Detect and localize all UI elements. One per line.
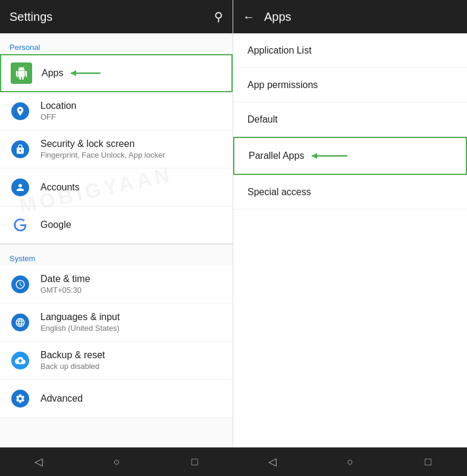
google-item-text: Google	[40, 220, 71, 230]
datetime-item-text: Date & time GMT+05:30	[40, 274, 90, 295]
right-panel: ← Apps Application List App permissions …	[233, 0, 467, 447]
nav-home-btn-right[interactable]: ○	[340, 451, 361, 472]
right-content: Application List App permissions Default…	[233, 33, 467, 447]
advanced-item-text: Advanced	[40, 393, 83, 404]
parallel-apps-label: Parallel Apps	[249, 151, 304, 161]
backup-item-subtitle: Back up disabled	[40, 362, 105, 371]
google-icon-wrapper	[10, 214, 31, 236]
apps-item-text: Apps	[42, 68, 63, 79]
google-icon	[11, 216, 29, 234]
right-header-title: Apps	[264, 10, 292, 24]
accounts-item-title: Accounts	[40, 182, 80, 193]
nav-bar: ◁ ○ □ ◁ ○ □	[0, 447, 467, 476]
backup-icon-wrapper	[10, 350, 31, 371]
accounts-icon-wrapper	[10, 177, 31, 198]
left-header: Settings ⚲	[0, 0, 233, 33]
security-item-title: Security & lock screen	[40, 139, 165, 149]
gear-icon	[11, 390, 29, 408]
right-item-application-list[interactable]: Application List	[233, 33, 467, 68]
nav-bar-left: ◁ ○ □	[0, 447, 234, 476]
search-icon[interactable]: ⚲	[214, 10, 223, 24]
nav-home-btn-left[interactable]: ○	[106, 451, 127, 472]
left-header-title: Settings	[10, 10, 52, 24]
application-list-label: Application List	[247, 45, 312, 56]
person-svg	[15, 182, 26, 193]
right-header: ← Apps	[233, 0, 467, 33]
datetime-item-subtitle: GMT+05:30	[40, 286, 90, 295]
settings-item-languages[interactable]: Languages & input English (United States…	[0, 303, 233, 342]
screen-container: Settings ⚲ Personal	[0, 0, 467, 476]
backup-item-title: Backup & reset	[40, 350, 105, 361]
accounts-item-text: Accounts	[40, 182, 80, 193]
left-content: Personal Apps	[0, 33, 233, 447]
clock-icon	[11, 275, 29, 293]
globe-svg	[15, 317, 26, 328]
apps-icon-box	[11, 62, 32, 84]
datetime-item-title: Date & time	[40, 274, 90, 284]
backup-icon	[11, 352, 29, 369]
datetime-icon-wrapper	[10, 274, 31, 295]
parallel-apps-arrow-annotation	[309, 149, 350, 163]
globe-icon	[11, 314, 29, 331]
nav-recent-btn-right[interactable]: □	[418, 451, 439, 472]
clock-svg	[15, 279, 26, 290]
lock-svg	[15, 144, 26, 155]
app-permissions-label: App permissions	[247, 80, 318, 90]
nav-back-btn-left[interactable]: ◁	[28, 451, 49, 472]
android-icon	[15, 67, 28, 80]
apps-icon-wrapper	[11, 62, 32, 84]
section-system-label: System	[0, 245, 233, 265]
google-item-title: Google	[40, 220, 71, 230]
security-item-text: Security & lock screen Fingerprint, Face…	[40, 139, 165, 159]
nav-back-btn-right[interactable]: ◁	[262, 451, 283, 472]
panels: Settings ⚲ Personal	[0, 0, 467, 447]
settings-item-security[interactable]: Security & lock screen Fingerprint, Face…	[0, 130, 233, 168]
backup-item-text: Backup & reset Back up disabled	[40, 350, 105, 371]
settings-item-location[interactable]: Location OFF	[0, 92, 233, 130]
right-item-app-permissions[interactable]: App permissions	[233, 68, 467, 102]
back-icon[interactable]: ←	[243, 10, 255, 24]
settings-item-datetime[interactable]: Date & time GMT+05:30	[0, 265, 233, 303]
google-svg	[12, 217, 28, 233]
settings-item-google[interactable]: Google	[0, 206, 233, 245]
right-item-default[interactable]: Default	[233, 102, 467, 137]
advanced-item-title: Advanced	[40, 393, 83, 404]
left-panel: Settings ⚲ Personal	[0, 0, 233, 447]
languages-item-text: Languages & input English (United States…	[40, 312, 120, 333]
location-icon	[11, 102, 29, 120]
special-access-label: Special access	[247, 187, 311, 198]
right-arrow-parallel	[309, 149, 350, 163]
right-item-special-access[interactable]: Special access	[233, 175, 467, 209]
settings-item-apps[interactable]: Apps	[0, 54, 233, 92]
security-icon-wrapper	[10, 139, 31, 160]
default-label: Default	[247, 114, 278, 125]
security-item-subtitle: Fingerprint, Face Unlock, App locker	[40, 151, 165, 159]
right-item-parallel-apps[interactable]: Parallel Apps	[233, 137, 467, 175]
apps-arrow-annotation	[68, 66, 104, 80]
location-item-title: Location	[40, 101, 77, 111]
section-personal-label: Personal	[0, 33, 233, 54]
languages-icon-wrapper	[10, 312, 31, 333]
settings-item-advanced[interactable]: Advanced	[0, 380, 233, 418]
languages-item-title: Languages & input	[40, 312, 120, 322]
svg-marker-3	[312, 153, 317, 159]
nav-bar-right: ◁ ○ □	[234, 447, 468, 476]
location-item-text: Location OFF	[40, 101, 77, 121]
location-icon-wrapper	[10, 101, 31, 122]
nav-recent-btn-left[interactable]: □	[184, 451, 205, 472]
settings-item-accounts[interactable]: Accounts	[0, 168, 233, 206]
settings-item-backup[interactable]: Backup & reset Back up disabled	[0, 342, 233, 380]
backup-svg	[15, 355, 26, 366]
location-item-subtitle: OFF	[40, 112, 77, 121]
location-svg	[15, 106, 26, 117]
languages-item-subtitle: English (United States)	[40, 324, 120, 333]
left-arrow-apps	[68, 66, 104, 80]
lock-icon	[11, 140, 29, 158]
person-icon	[11, 178, 29, 196]
gear-svg	[15, 393, 26, 404]
advanced-icon-wrapper	[10, 388, 31, 409]
apps-item-title: Apps	[42, 68, 63, 79]
svg-marker-1	[71, 70, 76, 76]
